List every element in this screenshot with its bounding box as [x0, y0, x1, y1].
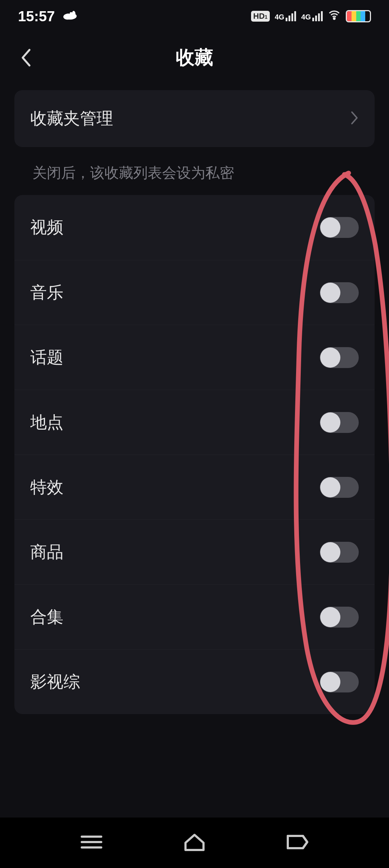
toggle-switch-topic[interactable] [320, 347, 359, 368]
chevron-left-icon [19, 48, 32, 67]
toggle-label-topic: 话题 [30, 346, 63, 369]
toggle-switch-product[interactable] [320, 542, 359, 563]
status-bar: 15:57 HD1 4G 4G [0, 0, 389, 32]
toggle-label-playlist: 合集 [30, 606, 63, 628]
toggle-switch-video[interactable] [320, 217, 359, 238]
toggle-label-place: 地点 [30, 411, 63, 434]
hd-label: HD [253, 12, 265, 21]
battery-icon [346, 10, 371, 22]
toggle-row-effect: 特效 [14, 455, 375, 519]
nav-back-button[interactable] [285, 833, 310, 852]
toggle-row-place: 地点 [14, 390, 375, 455]
toggle-label-music: 音乐 [30, 282, 63, 304]
back-nav-icon [285, 833, 310, 851]
manage-favorites-label: 收藏夹管理 [30, 107, 113, 130]
toggle-label-video: 视频 [30, 216, 63, 239]
menu-lines-icon [79, 833, 104, 851]
hd-sub: 1 [265, 14, 268, 20]
toggle-label-media: 影视综 [30, 671, 80, 693]
back-button[interactable] [13, 45, 38, 70]
toggle-row-playlist: 合集 [14, 584, 375, 649]
content: 收藏夹管理 关闭后，该收藏列表会设为私密 视频音乐话题地点特效商品合集影视综 [0, 83, 389, 721]
system-nav-bar [0, 818, 389, 868]
svg-point-0 [334, 18, 335, 19]
toggle-list: 视频音乐话题地点特效商品合集影视综 [14, 195, 375, 714]
privacy-hint: 关闭后，该收藏列表会设为私密 [14, 147, 375, 195]
signal-2-label: 4G [301, 13, 311, 21]
signal-1-label: 4G [275, 13, 285, 21]
status-right: HD1 4G 4G [251, 8, 371, 25]
nav-home-button[interactable] [183, 832, 206, 854]
toggle-switch-media[interactable] [320, 672, 359, 692]
toggle-row-product: 商品 [14, 519, 375, 584]
manage-card: 收藏夹管理 [14, 90, 375, 147]
toggle-row-music: 音乐 [14, 260, 375, 325]
status-left: 15:57 [18, 7, 77, 26]
chevron-right-icon [349, 111, 359, 127]
nav-recent-button[interactable] [79, 833, 104, 852]
toggle-switch-playlist[interactable] [320, 607, 359, 628]
manage-favorites-row[interactable]: 收藏夹管理 [14, 90, 375, 147]
toggle-label-product: 商品 [30, 541, 63, 563]
toggle-row-video: 视频 [14, 195, 375, 260]
signal-1-icon: 4G [275, 11, 296, 21]
page-title: 收藏 [176, 45, 213, 70]
toggle-row-media: 影视综 [14, 649, 375, 714]
status-time: 15:57 [18, 8, 55, 25]
title-bar: 收藏 [0, 32, 389, 83]
home-outline-icon [183, 832, 206, 852]
hd-badge-icon: HD1 [251, 11, 270, 22]
signal-2-icon: 4G [301, 11, 323, 21]
weibo-icon [62, 7, 77, 26]
toggle-label-effect: 特效 [30, 476, 63, 499]
toggle-switch-effect[interactable] [320, 477, 359, 498]
toggle-switch-music[interactable] [320, 282, 359, 303]
toggle-row-topic: 话题 [14, 325, 375, 390]
wifi-icon [328, 8, 341, 25]
toggle-switch-place[interactable] [320, 412, 359, 433]
